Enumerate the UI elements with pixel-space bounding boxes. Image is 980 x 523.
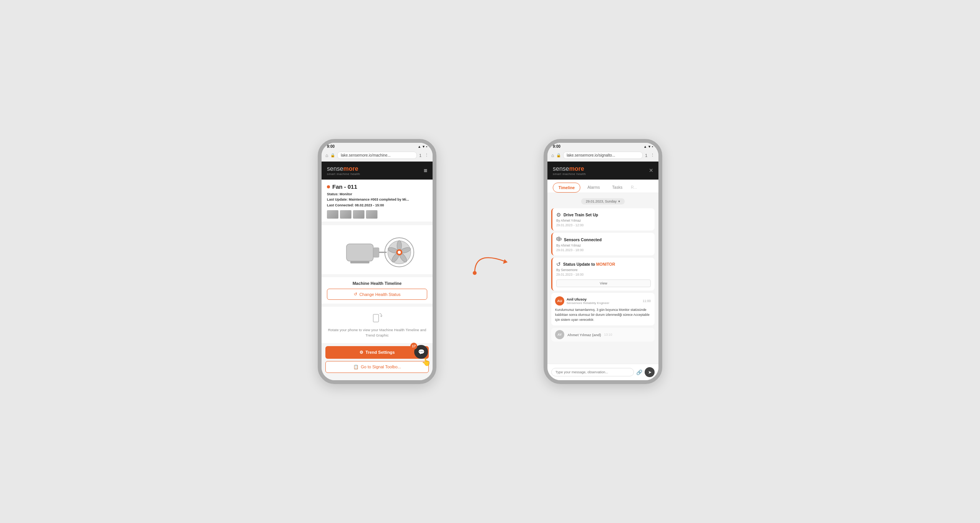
menu-dots-icon-right[interactable]: ⋮ xyxy=(650,153,655,158)
url-bar-left[interactable]: lake.sensemore.io/machine... xyxy=(337,152,417,159)
logo-right: sensemore smart machine health xyxy=(553,165,586,176)
status-time-left: 9:00 xyxy=(327,144,335,149)
url-bar-right[interactable]: lake.sensemore.io/signalto... xyxy=(563,152,643,159)
machine-name: Fan - 011 xyxy=(332,183,357,190)
svg-rect-12 xyxy=(350,261,369,263)
sender-name: Anil Ulusoy xyxy=(567,297,640,301)
machine-title: Fan - 011 xyxy=(327,183,427,190)
status-bar-left: 9:00 ▲ ▼ ▪ xyxy=(322,143,433,149)
browser-bar-left: ⌂ 🔒 lake.sensemore.io/machine... 1 ⋮ xyxy=(322,149,433,162)
wifi-icon: ▼ xyxy=(422,145,425,149)
date-pill: 29.01.2023, Sunday ▾ xyxy=(547,198,658,204)
rotate-section: Rotate your phone to view your Machine H… xyxy=(322,307,433,343)
svg-rect-1 xyxy=(373,248,379,257)
timeline-item-header-1: ⚙ Drive Train Set Up xyxy=(556,212,651,218)
tab-count-left[interactable]: 1 xyxy=(419,153,421,158)
menu-dots-icon[interactable]: ⋮ xyxy=(425,153,429,158)
cursor-hand: 👆 xyxy=(421,357,431,366)
date-pill-inner[interactable]: 29.01.2023, Sunday ▾ xyxy=(581,198,625,204)
chat-time: 11:00 xyxy=(643,299,651,303)
avatar-initials-2: AY xyxy=(557,333,562,337)
machine-info: Fan - 011 Status: Monitor Last Update: M… xyxy=(322,180,433,222)
send-button[interactable]: ➤ xyxy=(645,367,655,377)
timeline-title-3: Status Update to MONITOR xyxy=(563,262,615,266)
home-icon-right[interactable]: ⌂ xyxy=(551,153,554,158)
timeline-item-1: ⚙ Drive Train Set Up By Ahmet Yılmaz 29.… xyxy=(551,208,655,230)
change-health-icon: ↺ xyxy=(354,292,357,297)
date-text: 29.01.2023, Sunday xyxy=(586,199,617,203)
logo-subtitle-left: smart machine health xyxy=(327,172,360,176)
lock-icon-right: 🔒 xyxy=(556,153,561,157)
chevron-down-icon: ▾ xyxy=(618,199,620,203)
timeline-by-1: By Ahmet Yılmaz xyxy=(556,219,651,222)
timeline-date-2: 29.01.2023 - 18:00 xyxy=(556,248,651,252)
last-connected-value: 08.02.2023 - 15:00 xyxy=(355,203,384,207)
chat-fab-button[interactable]: 17 💬 xyxy=(414,345,428,359)
last-connected-line: Last Connected: 08.02.2023 - 15:00 xyxy=(327,203,427,208)
app-header-right: sensemore smart machine health × xyxy=(547,162,658,180)
thumbnail-row xyxy=(327,210,427,219)
timeline-item-header-2: Sensors Connected xyxy=(556,236,651,243)
chat-sender-info: Anil Ulusoy Sensemore Reliability Engine… xyxy=(567,297,640,305)
second-chat-info: Ahmet Yılmaz (and) xyxy=(567,333,601,337)
chat-message: AU Anil Ulusoy Sensemore Reliability Eng… xyxy=(551,293,655,325)
machine-meta: Status: Monitor Last Update: Maintenance… xyxy=(327,191,427,208)
status-dot xyxy=(327,185,330,188)
logo-left: sensemore smart machine health xyxy=(327,165,360,176)
thumb-3 xyxy=(353,210,364,219)
rotate-phone-icon xyxy=(371,311,383,325)
timeline-item-header-3: ↺ Status Update to MONITOR xyxy=(556,261,651,267)
svg-rect-18 xyxy=(560,238,561,240)
svg-point-11 xyxy=(398,251,401,254)
chat-badge: 17 xyxy=(410,343,417,350)
tab-alarms[interactable]: Alarms xyxy=(582,183,605,193)
chat-input-bar: 🔗 ➤ xyxy=(547,364,658,380)
hamburger-icon[interactable]: ≡ xyxy=(424,167,427,174)
svg-rect-13 xyxy=(373,314,379,322)
scene: 9:00 ▲ ▼ ▪ ⌂ 🔒 lake.sensemore.io/machine… xyxy=(318,139,662,384)
status-update-icon: ↺ xyxy=(556,261,561,267)
logo-subtitle-right: smart machine health xyxy=(553,172,586,176)
navigation-arrow xyxy=(467,239,513,284)
last-update-value: Maintenance #003 completed by Mi... xyxy=(349,198,409,201)
logo-more-right: more xyxy=(569,165,584,172)
sensors-icon xyxy=(556,236,562,243)
thumb-2 xyxy=(340,210,351,219)
timeline-item-2: Sensors Connected By Ahmet Yılmaz 29.01.… xyxy=(551,233,655,255)
chat-input-field[interactable] xyxy=(551,368,634,376)
url-text-left: lake.sensemore.io/machine... xyxy=(341,153,390,157)
home-icon[interactable]: ⌂ xyxy=(325,153,328,158)
timeline-title-2: Sensors Connected xyxy=(564,237,602,242)
tab-tasks[interactable]: Tasks xyxy=(607,183,628,193)
avatar: AU xyxy=(555,296,564,306)
tab-timeline[interactable]: Timeline xyxy=(553,183,580,193)
browser-actions-right: 1 ⋮ xyxy=(645,153,655,158)
view-button[interactable]: View xyxy=(556,279,651,287)
second-sender-name: Ahmet Yılmaz (and) xyxy=(567,333,601,337)
signal-toolbox-icon: 📋 xyxy=(353,364,359,369)
signal-toolbox-button[interactable]: 📋 Go to Signal Toolbo... xyxy=(325,361,429,373)
logo-more-left: more xyxy=(343,165,358,172)
arrow-container xyxy=(467,223,513,300)
trend-settings-icon: ⚙ xyxy=(359,350,363,355)
timeline-date-3: 29.01.2023 - 18:00 xyxy=(556,273,651,276)
logo-sense-left: sense xyxy=(327,165,343,172)
close-button[interactable]: × xyxy=(649,167,653,175)
thumb-1 xyxy=(327,210,338,219)
svg-point-15 xyxy=(473,271,477,275)
attachment-icon[interactable]: 🔗 xyxy=(636,369,642,375)
timeline-item-3: ↺ Status Update to MONITOR By Sensemore … xyxy=(551,258,655,291)
logo-text-right: sensemore xyxy=(553,165,586,172)
svg-rect-0 xyxy=(346,244,373,261)
chat-message-2: AY Ahmet Yılmaz (and) 13:10 xyxy=(551,328,655,342)
timeline-by-3: By Sensemore xyxy=(556,268,651,272)
last-update-label: Last Update: xyxy=(327,198,348,201)
machine-graphic xyxy=(322,225,433,274)
signal-icon-r: ▲ xyxy=(644,145,647,149)
left-phone: 9:00 ▲ ▼ ▪ ⌂ 🔒 lake.sensemore.io/machine… xyxy=(318,139,436,384)
avatar-2: AY xyxy=(555,330,564,339)
status-time-right: 9:00 xyxy=(553,144,560,149)
change-health-button[interactable]: ↺ Change Health Status xyxy=(327,289,427,300)
tab-count-right[interactable]: 1 xyxy=(645,153,647,158)
thumb-4 xyxy=(366,210,377,219)
